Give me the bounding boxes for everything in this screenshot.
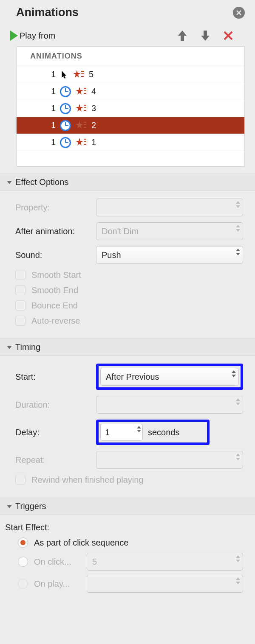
start-highlight: After Previous bbox=[96, 364, 243, 390]
anim-order-num: 1 bbox=[49, 137, 56, 147]
play-icon[interactable] bbox=[10, 31, 18, 41]
animation-list: ANIMATIONS 1 5 1 4 1 3 1 2 1 1 bbox=[16, 46, 245, 167]
animation-list-item[interactable]: 1 5 bbox=[17, 66, 244, 83]
delay-input[interactable]: 1 bbox=[100, 424, 143, 441]
bounce-end-label: Bounce End bbox=[31, 301, 78, 311]
animation-list-header: ANIMATIONS bbox=[17, 47, 244, 66]
anim-order-num: 1 bbox=[49, 120, 56, 130]
rewind-checkbox bbox=[15, 475, 26, 485]
clock-icon bbox=[60, 120, 71, 131]
emphasis-icon bbox=[75, 87, 86, 96]
section-label: Effect Options bbox=[15, 177, 68, 187]
close-panel-button[interactable] bbox=[233, 7, 245, 19]
anim-target-label: 4 bbox=[91, 87, 96, 96]
chevron-down-icon bbox=[7, 346, 12, 349]
emphasis-icon bbox=[73, 70, 84, 79]
bounce-end-checkbox bbox=[15, 300, 26, 311]
smooth-start-label: Smooth Start bbox=[31, 270, 81, 280]
radio-on-click[interactable] bbox=[18, 557, 28, 567]
delay-unit-label: seconds bbox=[148, 428, 180, 437]
timing-header[interactable]: Timing bbox=[0, 339, 255, 356]
animation-list-item-selected[interactable]: 1 2 bbox=[17, 117, 244, 134]
emphasis-icon bbox=[75, 138, 86, 147]
section-label: Timing bbox=[15, 342, 40, 352]
repeat-select bbox=[96, 451, 243, 469]
chevron-down-icon bbox=[7, 505, 12, 508]
anim-target-label: 5 bbox=[89, 70, 94, 79]
start-select[interactable]: After Previous bbox=[100, 368, 239, 386]
anim-target-label: 2 bbox=[91, 120, 96, 130]
duration-select bbox=[96, 396, 243, 414]
delay-highlight: 1 seconds bbox=[96, 420, 210, 445]
radio-on-play bbox=[18, 579, 28, 589]
clock-icon bbox=[60, 103, 71, 114]
auto-reverse-label: Auto-reverse bbox=[31, 316, 80, 326]
on-click-value: 5 bbox=[92, 557, 97, 567]
anim-order-num: 1 bbox=[49, 70, 56, 79]
delay-value: 1 bbox=[105, 428, 110, 437]
sound-value: Push bbox=[102, 250, 121, 260]
effect-options-header[interactable]: Effect Options bbox=[0, 174, 255, 191]
section-label: Triggers bbox=[15, 501, 46, 511]
on-play-select bbox=[87, 575, 243, 593]
auto-reverse-checkbox bbox=[15, 316, 26, 326]
after-animation-label: After animation: bbox=[15, 227, 96, 236]
play-from-label[interactable]: Play from bbox=[20, 31, 55, 41]
start-value: After Previous bbox=[106, 372, 159, 382]
emphasis-icon bbox=[75, 121, 86, 130]
animation-list-item[interactable]: 1 1 bbox=[17, 134, 244, 151]
smooth-end-label: Smooth End bbox=[31, 286, 78, 295]
delay-label: Delay: bbox=[15, 428, 96, 437]
clock-icon bbox=[60, 137, 71, 148]
clock-icon bbox=[60, 86, 71, 97]
sound-label: Sound: bbox=[15, 250, 96, 260]
anim-order-num: 1 bbox=[49, 87, 56, 96]
after-animation-value: Don't Dim bbox=[102, 227, 139, 236]
radio-click-sequence[interactable] bbox=[18, 538, 28, 548]
property-label: Property: bbox=[15, 203, 96, 213]
smooth-end-checkbox bbox=[15, 285, 26, 295]
move-up-button[interactable] bbox=[176, 29, 189, 42]
sound-select[interactable]: Push bbox=[96, 246, 243, 264]
radio-click-sequence-label: As part of click sequence bbox=[34, 538, 128, 548]
smooth-start-checkbox bbox=[15, 270, 26, 280]
rewind-label: Rewind when finished playing bbox=[31, 475, 144, 485]
start-effect-label: Start Effect: bbox=[5, 523, 243, 532]
start-label: Start: bbox=[15, 372, 96, 382]
panel-title: Animations bbox=[16, 6, 79, 19]
on-click-select: 5 bbox=[87, 553, 243, 571]
delete-button[interactable] bbox=[222, 29, 235, 42]
property-select bbox=[96, 199, 243, 216]
animation-list-item[interactable]: 1 3 bbox=[17, 100, 244, 117]
chevron-down-icon bbox=[7, 181, 12, 184]
cursor-icon bbox=[60, 70, 68, 80]
animation-list-item[interactable]: 1 4 bbox=[17, 83, 244, 100]
radio-on-play-label: On play... bbox=[34, 579, 81, 589]
radio-on-click-label: On click... bbox=[34, 557, 81, 567]
triggers-header[interactable]: Triggers bbox=[0, 498, 255, 515]
emphasis-icon bbox=[75, 104, 86, 113]
repeat-label: Repeat: bbox=[15, 455, 96, 465]
anim-order-num: 1 bbox=[49, 104, 56, 113]
duration-label: Duration: bbox=[15, 400, 96, 410]
anim-target-label: 1 bbox=[91, 137, 96, 147]
anim-target-label: 3 bbox=[91, 104, 96, 113]
after-animation-select[interactable]: Don't Dim bbox=[96, 222, 243, 240]
move-down-button[interactable] bbox=[199, 29, 212, 42]
